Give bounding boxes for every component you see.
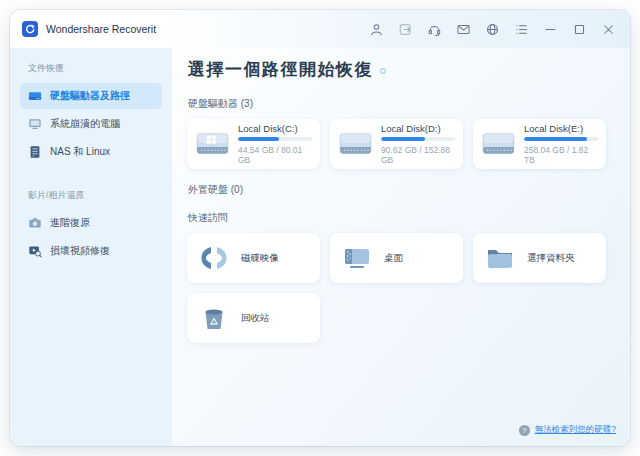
quick-card-select-folder[interactable]: 選擇資料夾 — [473, 233, 606, 283]
minimize-icon[interactable] — [542, 21, 558, 37]
drive-usage-text: 44.54 GB / 80.01 GB — [238, 145, 312, 165]
sidebar-item-label: 系統崩潰的電腦 — [50, 117, 120, 131]
quick-card-disk-image[interactable]: 磁碟映像 — [187, 233, 320, 283]
desktop-icon — [342, 243, 372, 273]
question-mark-icon: ? — [519, 425, 530, 436]
title-bar: Wondershare Recoverit — [10, 10, 630, 48]
drive-info: Local Disk(D:) 90.62 GB / 152.88 GB — [381, 123, 455, 165]
disk-image-icon — [199, 243, 229, 273]
drive-name: Local Disk(D:) — [381, 123, 455, 134]
drive-usage-text: 90.62 GB / 152.88 GB — [381, 145, 455, 165]
quick-access-cards: 磁碟映像 桌面 選擇資料夾 — [187, 233, 610, 343]
cant-find-drive-link[interactable]: 無法檢索到您的硬碟? — [535, 424, 616, 436]
support-headset-icon[interactable] — [426, 21, 442, 37]
menu-list-icon[interactable] — [513, 21, 529, 37]
app-window: Wondershare Recoverit — [10, 10, 630, 446]
quick-card-label: 磁碟映像 — [241, 252, 279, 265]
account-icon[interactable] — [368, 21, 384, 37]
topbar-actions — [368, 21, 616, 37]
drive-usage-bar — [381, 137, 455, 141]
sidebar-section-file-recovery: 文件恢復 — [28, 62, 172, 75]
quick-card-label: 選擇資料夾 — [527, 252, 575, 265]
quick-card-recycle-bin[interactable]: 回收站 — [187, 293, 320, 343]
sidebar-item-label: 進階復原 — [50, 216, 90, 230]
hard-drive-windows-icon — [195, 129, 230, 159]
sidebar-spacer — [10, 167, 172, 189]
sidebar-item-drives-and-paths[interactable]: 硬盤驅動器及路徑 — [20, 83, 162, 109]
screen-share-icon[interactable] — [397, 21, 413, 37]
info-icon[interactable] — [380, 68, 386, 74]
sidebar-section-photo-video: 影片/相片還原 — [28, 189, 172, 202]
sidebar: 文件恢復 硬盤驅動器及路徑 系統崩潰的電腦 — [10, 48, 172, 446]
drive-info: Local Disk(C:) 44.54 GB / 80.01 GB — [238, 123, 312, 165]
quick-card-label: 回收站 — [241, 312, 270, 325]
main-panel: 選擇一個路徑開始恢復 硬盤驅動器 (3) Local Disk(C:) 44.5… — [172, 48, 630, 446]
sidebar-item-enhanced-recovery[interactable]: 進階復原 — [20, 210, 162, 236]
drive-name: Local Disk(C:) — [238, 123, 312, 134]
page-title-row: 選擇一個路徑開始恢復 — [188, 58, 610, 81]
computer-icon — [28, 117, 42, 131]
hard-drive-icon — [481, 129, 516, 159]
external-drives-label: 外置硬盤 (0) — [188, 183, 610, 197]
drive-usage-bar — [524, 137, 598, 141]
sidebar-item-video-repair[interactable]: 損壞視頻修復 — [20, 238, 162, 264]
recycle-bin-icon — [199, 303, 229, 333]
video-repair-icon — [28, 244, 42, 258]
drive-card-e[interactable]: Local Disk(E:) 258.04 GB / 1.82 TB — [473, 119, 606, 169]
drive-card-c[interactable]: Local Disk(C:) 44.54 GB / 80.01 GB — [187, 119, 320, 169]
quick-access-label: 快速訪問 — [188, 211, 610, 225]
close-icon[interactable] — [600, 21, 616, 37]
quick-card-desktop[interactable]: 桌面 — [330, 233, 463, 283]
drive-cards-row: Local Disk(C:) 44.54 GB / 80.01 GB Local… — [187, 119, 610, 169]
drive-card-d[interactable]: Local Disk(D:) 90.62 GB / 152.88 GB — [330, 119, 463, 169]
sidebar-item-label: NAS 和 Linux — [50, 145, 110, 159]
quick-card-label: 桌面 — [384, 252, 403, 265]
page-title: 選擇一個路徑開始恢復 — [188, 58, 373, 81]
help-link-row[interactable]: ? 無法檢索到您的硬碟? — [519, 424, 616, 436]
hard-drive-icon — [338, 129, 373, 159]
sidebar-item-label: 硬盤驅動器及路徑 — [50, 89, 130, 103]
drive-name: Local Disk(E:) — [524, 123, 598, 134]
brand: Wondershare Recoverit — [22, 21, 156, 37]
drive-info: Local Disk(E:) 258.04 GB / 1.82 TB — [524, 123, 598, 165]
language-globe-icon[interactable] — [484, 21, 500, 37]
app-title: Wondershare Recoverit — [46, 23, 156, 35]
sidebar-item-label: 損壞視頻修復 — [50, 244, 110, 258]
sidebar-item-crashed-computer[interactable]: 系統崩潰的電腦 — [20, 111, 162, 137]
sidebar-item-nas-linux[interactable]: NAS 和 Linux — [20, 139, 162, 165]
drives-section-label: 硬盤驅動器 (3) — [188, 97, 610, 111]
folder-icon — [485, 243, 515, 273]
drive-usage-text: 258.04 GB / 1.82 TB — [524, 145, 598, 165]
nas-icon — [28, 145, 42, 159]
maximize-icon[interactable] — [571, 21, 587, 37]
recoverit-logo-icon — [22, 21, 38, 37]
drive-usage-bar — [238, 137, 312, 141]
feedback-mail-icon[interactable] — [455, 21, 471, 37]
drive-icon — [28, 89, 42, 103]
camera-icon — [28, 216, 42, 230]
